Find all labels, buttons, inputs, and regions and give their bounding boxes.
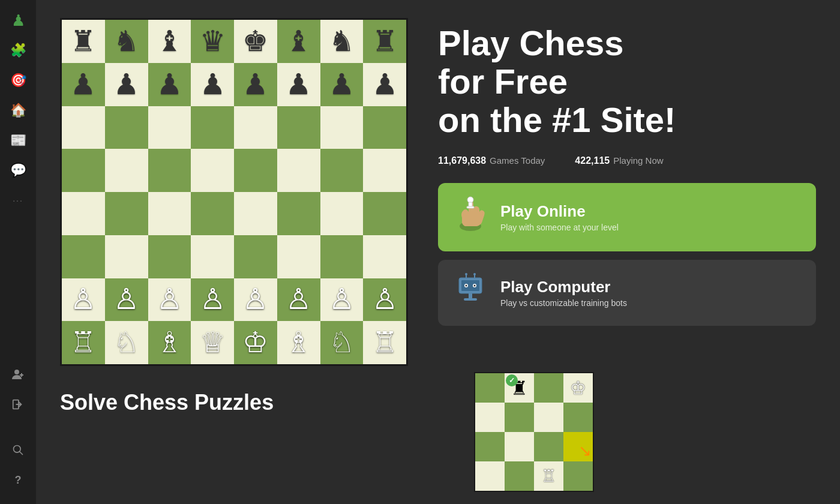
puzzles-section: Solve Chess Puzzles [60,384,408,415]
board-cell-5-1 [105,235,148,278]
board-cell-7-5: ♗ [277,321,320,364]
mini-cell [534,373,563,403]
board-cell-7-1: ♘ [105,321,148,364]
games-today-stat: 11,679,638 Games Today [438,155,545,166]
puzzle-mini-board: ✓ ♜ ♔ ↘ [474,372,594,492]
board-cell-4-0 [62,192,105,235]
sidebar-item-learn[interactable]: 🎯 [5,67,31,94]
sidebar-item-more[interactable]: ··· [5,187,31,214]
board-cell-5-7 [363,235,406,278]
board-cell-1-1: ♟ [105,63,148,106]
board-cell-0-3: ♛ [191,20,234,63]
play-online-title: Play Online [500,202,619,221]
board-cell-4-3 [191,192,234,235]
board-cell-5-2 [148,235,191,278]
board-cell-4-6 [320,192,364,235]
puzzles-title: Solve Chess Puzzles [60,390,408,415]
board-cell-3-0 [62,149,105,192]
board-cell-6-4: ♙ [234,278,277,322]
board-cell-6-0: ♙ [62,278,105,322]
games-count: 11,679,638 [438,155,486,166]
board-cell-3-4 [234,149,277,192]
svg-point-21 [473,273,476,275]
mini-cell-rook: ✓ ♜ [505,373,534,403]
play-computer-subtitle: Play vs customizable training bots [500,298,627,308]
players-label: Playing Now [613,155,663,166]
players-count: 422,115 [575,155,610,166]
main-content: ♜♞♝♛♚♝♞♜♟♟♟♟♟♟♟♟♙♙♙♙♙♙♙♙♖♘♗♕♔♗♘♖ Play Ch… [36,0,840,504]
games-label: Games Today [490,155,545,166]
sidebar-item-lessons[interactable]: 🏠 [5,97,31,124]
board-cell-4-2 [148,192,191,235]
svg-point-15 [474,285,476,287]
board-cell-2-0 [62,106,105,149]
mini-cell-king: ♔ [563,373,593,403]
stats-row: 11,679,638 Games Today 422,115 Playing N… [438,155,816,166]
board-cell-4-5 [277,192,320,235]
sidebar-item-add-friend[interactable] [5,361,31,388]
board-cell-0-4: ♚ [234,20,277,63]
board-cell-6-5: ♙ [277,278,320,322]
svg-point-14 [466,285,467,287]
sidebar-item-chat[interactable]: 💬 [5,157,31,184]
board-cell-7-6: ♘ [320,321,364,364]
hero-title: Play Chess for Free on the #1 Site! [438,24,816,139]
mini-cell [475,432,505,461]
mini-cell [563,461,593,491]
svg-rect-11 [461,280,479,291]
board-cell-5-4 [234,235,277,278]
mini-cell [505,432,534,461]
board-cell-3-7 [363,149,406,192]
board-cell-4-7 [363,192,406,235]
board-cell-7-7: ♖ [363,321,406,364]
check-badge: ✓ [506,374,518,386]
play-online-text: Play Online Play with someone at your le… [500,202,619,232]
bottom-section: Solve Chess Puzzles ✓ ♜ ♔ [36,384,840,504]
sidebar-item-home[interactable]: ♟ [5,7,31,34]
board-cell-3-2 [148,149,191,192]
play-computer-card[interactable]: Play Computer Play vs customizable train… [438,260,816,326]
board-cell-5-0 [62,235,105,278]
board-cell-1-4: ♟ [234,63,277,106]
board-cell-2-3 [191,106,234,149]
board-cell-1-2: ♟ [148,63,191,106]
board-cell-3-3 [191,149,234,192]
board-cell-7-3: ♕ [191,321,234,364]
board-cell-2-5 [277,106,320,149]
mini-cell [505,461,534,491]
board-cell-5-3 [191,235,234,278]
search-icon [12,444,24,456]
svg-point-0 [14,370,19,374]
board-cell-7-2: ♗ [148,321,191,364]
sidebar-item-news[interactable]: 📰 [5,127,31,154]
board-cell-3-5 [277,149,320,192]
board-cell-2-7 [363,106,406,149]
mini-cell [475,403,505,432]
play-computer-icon [452,272,488,314]
board-cell-4-4 [234,192,277,235]
play-online-card[interactable]: Play Online Play with someone at your le… [438,183,816,251]
board-cell-6-3: ♙ [191,278,234,322]
svg-line-5 [20,452,23,455]
play-online-subtitle: Play with someone at your level [500,223,619,232]
puzzle-preview: ✓ ♜ ♔ ↘ [474,372,594,492]
sidebar-item-search[interactable] [5,437,31,463]
board-cell-0-1: ♞ [105,20,148,63]
svg-point-19 [465,273,467,275]
board-cell-2-6 [320,106,364,149]
board-cell-0-0: ♜ [62,20,105,63]
chess-board-section: ♜♞♝♛♚♝♞♜♟♟♟♟♟♟♟♟♙♙♙♙♙♙♙♙♖♘♗♕♔♗♘♖ [60,18,408,366]
board-cell-5-6 [320,235,364,278]
board-cell-2-4 [234,106,277,149]
board-cell-7-4: ♔ [234,321,277,364]
board-cell-0-7: ♜ [363,20,406,63]
mini-cell [534,403,563,432]
mini-cell: ♖ [534,461,563,491]
mini-cell [475,373,505,403]
board-cell-4-1 [105,192,148,235]
sidebar-item-login[interactable] [5,391,31,418]
sidebar-item-help[interactable]: ? [5,467,31,493]
sidebar-item-puzzles[interactable]: 🧩 [5,37,31,64]
svg-rect-17 [464,298,477,301]
mini-cell [534,432,563,461]
